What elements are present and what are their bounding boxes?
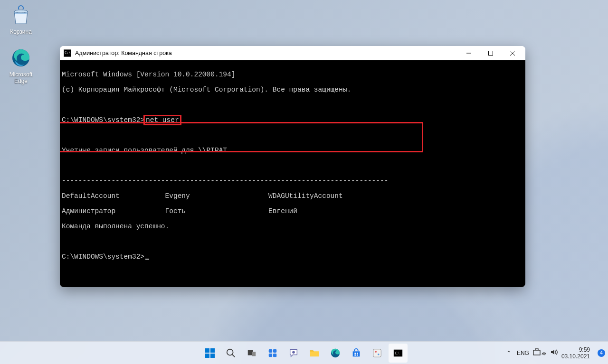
cursor bbox=[145, 259, 149, 260]
chat-button[interactable] bbox=[284, 344, 303, 363]
terminal-line: Microsoft Windows [Version 10.0.22000.19… bbox=[61, 71, 524, 78]
recycle-bin-icon bbox=[10, 4, 32, 27]
svg-line-11 bbox=[232, 354, 235, 357]
taskbar-center: C:\ bbox=[200, 344, 408, 363]
taskbar-right: ⌃ ENG 9:59 03.10.2021 4 bbox=[504, 346, 605, 360]
app-button-1[interactable] bbox=[368, 344, 387, 363]
svg-rect-24 bbox=[373, 349, 381, 357]
minimize-button[interactable] bbox=[458, 46, 480, 60]
terminal-output[interactable]: Microsoft Windows [Version 10.0.22000.19… bbox=[60, 60, 525, 287]
prompt: C:\WINDOWS\system32> bbox=[62, 116, 144, 124]
desktop-icon-recycle-bin[interactable]: Корзина bbox=[2, 4, 40, 35]
maximize-button[interactable] bbox=[480, 46, 502, 60]
notification-badge[interactable]: 4 bbox=[598, 349, 605, 357]
terminal-line: Команда выполнена успешно. bbox=[61, 223, 524, 230]
svg-text:C:\: C:\ bbox=[395, 351, 400, 355]
volume-icon[interactable] bbox=[550, 348, 558, 357]
language-indicator[interactable]: ENG bbox=[517, 350, 529, 356]
svg-point-26 bbox=[378, 353, 380, 355]
svg-rect-29 bbox=[533, 350, 540, 355]
svg-rect-14 bbox=[269, 349, 272, 352]
svg-rect-15 bbox=[273, 349, 276, 352]
cmd-icon bbox=[64, 49, 71, 57]
window-title: Администратор: Командная строка bbox=[75, 50, 458, 56]
network-icon[interactable] bbox=[533, 348, 546, 357]
edge-taskbar-button[interactable] bbox=[326, 344, 345, 363]
highlighted-command: net user bbox=[143, 115, 181, 125]
svg-rect-9 bbox=[210, 354, 215, 358]
svg-point-0 bbox=[14, 10, 28, 13]
svg-rect-3 bbox=[489, 51, 493, 56]
taskview-button[interactable] bbox=[242, 344, 261, 363]
close-button[interactable] bbox=[502, 46, 523, 60]
svg-rect-16 bbox=[269, 353, 272, 356]
terminal-line: Учетные записи пользователей для \\PIRAT bbox=[61, 147, 524, 154]
desktop-icon-label: Корзина bbox=[2, 28, 40, 35]
terminal-line: DefaultAccount Evgeny WDAGUtilityAccount bbox=[61, 192, 524, 200]
desktop-icon-edge[interactable]: Microsoft Edge bbox=[2, 47, 40, 84]
svg-rect-6 bbox=[205, 348, 209, 353]
cmd-taskbar-button[interactable]: C:\ bbox=[389, 344, 408, 363]
tray-overflow-button[interactable]: ⌃ bbox=[504, 350, 513, 356]
svg-rect-21 bbox=[357, 353, 358, 354]
svg-rect-23 bbox=[357, 354, 358, 355]
svg-rect-20 bbox=[354, 353, 356, 354]
prompt: C:\WINDOWS\system32> bbox=[62, 253, 144, 261]
svg-point-30 bbox=[543, 355, 544, 355]
svg-point-10 bbox=[227, 349, 233, 355]
svg-point-18 bbox=[292, 351, 295, 354]
svg-rect-17 bbox=[273, 353, 276, 356]
store-button[interactable] bbox=[347, 344, 366, 363]
start-button[interactable] bbox=[200, 344, 219, 363]
clock[interactable]: 9:59 03.10.2021 bbox=[561, 346, 592, 360]
edge-icon bbox=[10, 47, 32, 69]
search-button[interactable] bbox=[221, 344, 240, 363]
titlebar[interactable]: Администратор: Командная строка bbox=[60, 46, 525, 60]
desktop-icon-label: Microsoft Edge bbox=[2, 71, 40, 84]
svg-rect-8 bbox=[205, 354, 209, 358]
widgets-button[interactable] bbox=[263, 344, 282, 363]
svg-point-25 bbox=[375, 351, 377, 353]
cmd-window: Администратор: Командная строка Microsof… bbox=[60, 46, 525, 287]
terminal-line: Администратор Гость Евгений bbox=[61, 207, 524, 215]
explorer-button[interactable] bbox=[305, 344, 324, 363]
terminal-line: (c) Корпорация Майкрософт (Microsoft Cor… bbox=[61, 86, 524, 93]
svg-rect-22 bbox=[354, 354, 356, 355]
svg-rect-13 bbox=[252, 352, 256, 356]
svg-rect-7 bbox=[210, 348, 215, 353]
clock-date: 03.10.2021 bbox=[561, 353, 590, 360]
clock-time: 9:59 bbox=[561, 346, 590, 353]
taskbar: C:\ ⌃ ENG 9:59 03.10.2021 4 bbox=[0, 341, 608, 364]
terminal-line: ----------------------------------------… bbox=[61, 177, 524, 185]
